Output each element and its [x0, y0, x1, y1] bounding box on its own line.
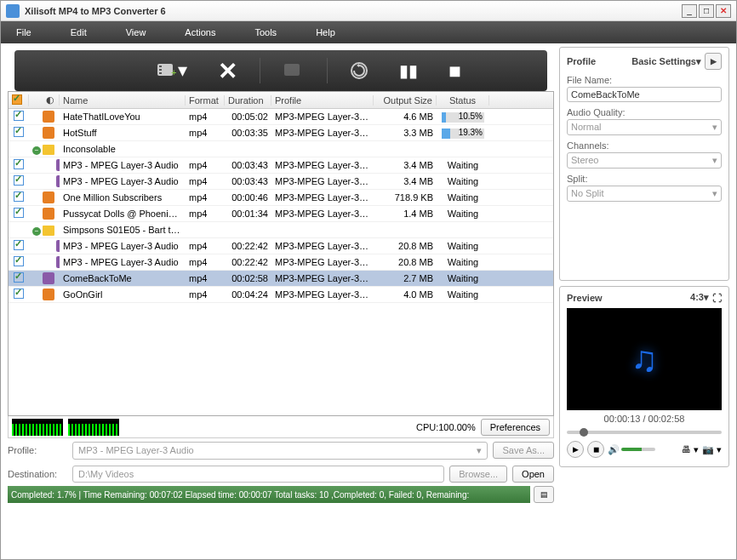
fullscreen-icon[interactable]: ⛶ [712, 293, 722, 303]
player-stop-button[interactable]: ◼ [587, 441, 604, 458]
split-label: Split: [567, 174, 722, 184]
seek-bar[interactable] [567, 431, 722, 434]
table-row[interactable]: ComeBackToMemp400:02:58MP3-MPEG Layer-3 … [9, 271, 553, 287]
table-row[interactable]: GoOnGirlmp400:04:24MP3-MPEG Layer-3 A...… [9, 287, 553, 303]
table-row[interactable]: HateThatILoveYoump400:05:02MP3-MPEG Laye… [9, 109, 553, 125]
row-checkbox[interactable] [14, 256, 24, 266]
col-status[interactable]: Status [437, 95, 489, 106]
row-duration: 00:04:24 [225, 289, 271, 300]
svg-rect-1 [159, 66, 162, 67]
delete-button[interactable]: ✕ [209, 54, 246, 89]
filename-input[interactable]: ComeBackToMe [567, 87, 722, 102]
channels-select[interactable]: Stereo▾ [567, 152, 722, 169]
aspect-ratio-dropdown[interactable]: 4:3▾ [690, 292, 709, 303]
chevron-down-icon: ▾ [712, 155, 717, 166]
row-status: 10.5% [437, 111, 489, 122]
browse-button[interactable]: Browse... [449, 466, 507, 483]
profile-panel-title: Profile [567, 56, 596, 66]
row-duration: 00:22:42 [225, 241, 271, 251]
row-checkbox[interactable] [14, 289, 24, 299]
row-name: HotStuff [60, 128, 186, 138]
audio-quality-select[interactable]: Normal▾ [567, 119, 722, 135]
profile-next-button[interactable]: ▶ [705, 53, 722, 70]
close-button[interactable]: ✕ [716, 4, 731, 18]
folder-icon [43, 145, 54, 155]
add-profile-button[interactable] [274, 59, 313, 83]
open-button[interactable]: Open [512, 466, 554, 483]
basic-settings-dropdown[interactable]: Basic Settings▾ [631, 56, 701, 67]
col-duration[interactable]: Duration [225, 95, 271, 106]
preview-video[interactable]: ♫ [567, 308, 722, 410]
table-row[interactable]: Pussycat Dolls @ Phoenix 24...mp400:01:3… [9, 206, 553, 222]
table-row[interactable]: One Million Subscribersmp400:00:46MP3-MP… [9, 190, 553, 206]
menu-actions[interactable]: Actions [178, 26, 222, 39]
minimize-button[interactable]: _ [682, 4, 697, 18]
col-check[interactable] [9, 94, 29, 106]
preferences-button[interactable]: Preferences [481, 419, 550, 436]
table-row[interactable]: −Inconsolable [9, 141, 553, 157]
row-checkbox[interactable] [14, 208, 24, 218]
table-row[interactable]: MP3 - MPEG Layer-3 Audiomp400:03:43MP3-M… [9, 157, 553, 174]
row-checkbox[interactable] [14, 111, 24, 121]
row-format: mp4 [186, 241, 225, 251]
snapshot-icon[interactable]: 🖶 ▾ [682, 444, 699, 455]
add-file-button[interactable]: +▾ [147, 56, 196, 85]
row-checkbox[interactable] [14, 175, 24, 186]
collapse-icon[interactable]: − [32, 227, 41, 236]
row-checkbox[interactable] [14, 159, 24, 169]
menubar: FileEditViewActionsToolsHelp [1, 21, 736, 43]
stop-button[interactable]: ◼ [440, 58, 470, 83]
row-size: 718.9 KB [374, 192, 437, 203]
col-profile[interactable]: Profile [271, 95, 374, 106]
window-title: Xilisoft MP4 to MP3 Converter 6 [25, 6, 680, 16]
volume-slider[interactable] [621, 448, 655, 451]
row-checkbox[interactable] [14, 272, 24, 283]
video-file-icon [43, 111, 54, 123]
profile-combo[interactable]: MP3 - MPEG Layer-3 Audio▾ [72, 442, 488, 460]
pause-button[interactable]: ▮▮ [391, 57, 426, 84]
status-toggle-button[interactable]: ▤ [534, 486, 554, 503]
table-row[interactable]: MP3 - MPEG Layer-3 Audiomp400:22:42MP3-M… [9, 238, 553, 254]
destination-input[interactable]: D:\My Videos [72, 466, 444, 483]
row-duration: 00:05:02 [225, 111, 271, 122]
svg-rect-5 [284, 64, 300, 76]
play-button[interactable]: ▶ [567, 441, 584, 458]
col-output-size[interactable]: Output Size [374, 95, 437, 106]
row-profile: MP3-MPEG Layer-3 A... [271, 273, 374, 283]
row-checkbox[interactable] [14, 127, 24, 137]
row-name: ComeBackToMe [60, 273, 186, 283]
menu-edit[interactable]: Edit [64, 26, 94, 39]
camera-icon[interactable]: 📷 ▾ [702, 444, 722, 455]
cpu-graph-1 [12, 419, 63, 436]
menu-file[interactable]: File [9, 26, 38, 39]
table-row[interactable]: HotStuffmp400:03:35MP3-MPEG Layer-3 A...… [9, 125, 553, 141]
row-checkbox[interactable] [14, 191, 24, 202]
row-checkbox[interactable] [14, 240, 24, 250]
save-as-button[interactable]: Save As... [493, 442, 554, 459]
col-format[interactable]: Format [186, 95, 225, 106]
table-row[interactable]: MP3 - MPEG Layer-3 Audiomp400:22:42MP3-M… [9, 254, 553, 271]
chevron-down-icon: ▾ [712, 122, 717, 133]
status-bar: Completed: 1.7% | Time Remaining: 00:07:… [8, 486, 530, 503]
col-type[interactable]: ◐ [43, 94, 60, 106]
menu-tools[interactable]: Tools [248, 26, 283, 39]
volume-icon[interactable]: 🔊 [608, 444, 620, 455]
row-size: 3.3 MB [374, 128, 437, 138]
file-table: ◐ Name Format Duration Profile Output Si… [8, 91, 554, 416]
row-duration: 00:03:43 [225, 176, 271, 186]
cpu-label: CPU:100.00% [416, 422, 476, 432]
row-size: 3.4 MB [374, 160, 437, 170]
collapse-icon[interactable]: − [32, 146, 41, 155]
menu-help[interactable]: Help [309, 26, 342, 39]
row-format: mp4 [186, 128, 225, 138]
row-format: mp4 [186, 289, 225, 300]
split-select[interactable]: No Split▾ [567, 186, 722, 202]
row-status: Waiting [437, 209, 489, 219]
start-button[interactable] [341, 58, 377, 83]
menu-view[interactable]: View [119, 26, 153, 39]
table-row[interactable]: −Simpsons S01E05 - Bart the G... [9, 222, 553, 238]
col-name[interactable]: Name [60, 95, 186, 106]
maximize-button[interactable]: □ [699, 4, 714, 18]
table-row[interactable]: MP3 - MPEG Layer-3 Audiomp400:03:43MP3-M… [9, 174, 553, 190]
row-status: Waiting [437, 289, 489, 300]
